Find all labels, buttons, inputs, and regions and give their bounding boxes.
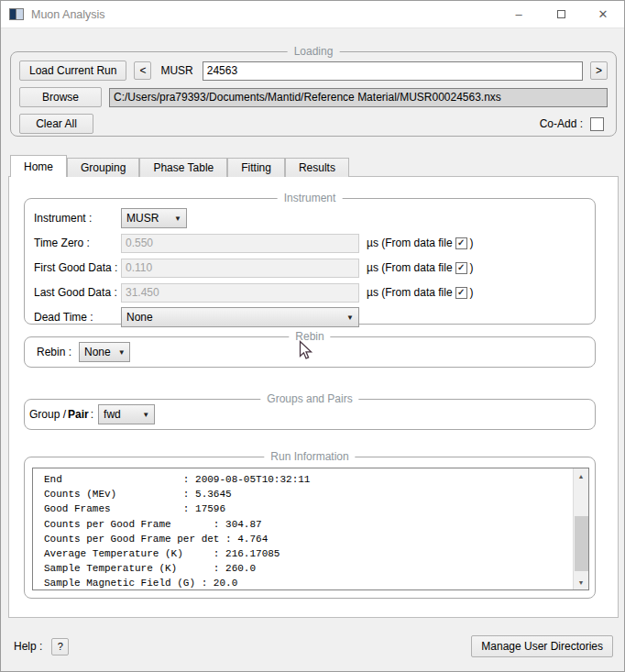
last-good-data-label: Last Good Data : bbox=[34, 286, 121, 299]
maximize-icon bbox=[557, 10, 565, 18]
last-good-data-units-label: µs (From data file bbox=[367, 286, 453, 299]
group-pair-combobox[interactable]: fwd ▼ bbox=[98, 404, 155, 424]
tab-home[interactable]: Home bbox=[10, 155, 67, 177]
group-pair-combobox-value: fwd bbox=[104, 408, 121, 421]
time-zero-from-file-checkbox[interactable]: ✓ bbox=[455, 237, 467, 249]
instrument-groupbox: Instrument Instrument : MUSR ▼ Time Zero… bbox=[24, 198, 596, 325]
file-path-field: C:/Users/pra79393/Documents/Mantid/Refer… bbox=[109, 88, 608, 107]
rebin-label: Rebin : bbox=[37, 346, 71, 358]
rebin-groupbox: Rebin Rebin : None ▼ bbox=[24, 336, 596, 368]
first-good-data-input bbox=[121, 259, 359, 278]
tab-phase-table[interactable]: Phase Table bbox=[139, 158, 227, 177]
co-add-checkbox[interactable] bbox=[590, 117, 604, 131]
tab-bar: Home Grouping Phase Table Fitting Result… bbox=[10, 155, 349, 177]
time-zero-units-label: µs (From data file bbox=[367, 237, 453, 249]
last-good-data-from-file-checkbox[interactable]: ✓ bbox=[455, 287, 467, 299]
scroll-up-icon[interactable]: ▲ bbox=[574, 468, 588, 483]
scrollbar-thumb[interactable] bbox=[575, 516, 588, 571]
window-title: Muon Analysis bbox=[31, 8, 105, 21]
minimize-button[interactable]: – bbox=[498, 1, 540, 28]
minimize-icon: – bbox=[515, 7, 521, 21]
check-icon: ✓ bbox=[457, 288, 465, 297]
run-information-groupbox: Run Information End : 2009-08-05T10:32:1… bbox=[24, 457, 596, 599]
time-zero-label: Time Zero : bbox=[34, 237, 121, 249]
run-info-line: Counts per Good Frame per det : 4.764 bbox=[44, 532, 573, 546]
first-good-data-from-file-checkbox[interactable]: ✓ bbox=[455, 262, 467, 274]
vertical-scrollbar[interactable]: ▲ ▼ bbox=[573, 468, 588, 589]
scroll-down-icon[interactable]: ▼ bbox=[574, 575, 588, 589]
co-add-label: Co-Add : bbox=[540, 117, 583, 130]
run-info-line: Sample Temperature (K) : 260.0 bbox=[44, 561, 573, 576]
last-good-data-units-close: ) bbox=[470, 286, 474, 299]
run-info-line: Sample Magnetic Field (G) : 20.0 bbox=[44, 576, 573, 589]
time-zero-input bbox=[121, 234, 359, 253]
clear-all-button[interactable]: Clear All bbox=[19, 114, 93, 134]
load-current-run-button[interactable]: Load Current Run bbox=[19, 61, 126, 81]
help-label: Help : bbox=[14, 640, 42, 653]
chevron-down-icon: ▼ bbox=[339, 314, 354, 322]
dead-time-combobox[interactable]: None ▼ bbox=[121, 307, 359, 327]
instrument-label: Instrument : bbox=[34, 212, 121, 225]
chevron-down-icon: ▼ bbox=[135, 411, 149, 419]
tab-results[interactable]: Results bbox=[285, 158, 349, 177]
groups-pairs-legend: Groups and Pairs bbox=[260, 392, 358, 405]
close-icon: ✕ bbox=[598, 7, 609, 21]
group-pair-label-bold: Pair bbox=[68, 408, 89, 421]
group-pair-label-suffix: : bbox=[91, 408, 93, 421]
groups-pairs-groupbox: Groups and Pairs Group / Pair : fwd ▼ bbox=[24, 399, 596, 430]
loading-groupbox: Loading Load Current Run < MUSR > Browse… bbox=[10, 51, 617, 137]
last-good-data-input bbox=[121, 283, 359, 303]
browse-button[interactable]: Browse bbox=[19, 87, 102, 107]
run-number-input[interactable] bbox=[203, 61, 583, 81]
first-good-data-label: First Good Data : bbox=[34, 261, 121, 274]
instrument-combobox[interactable]: MUSR ▼ bbox=[121, 208, 187, 228]
run-information-textarea[interactable]: End : 2009-08-05T10:32:11Counts (MEv) : … bbox=[32, 468, 589, 590]
first-good-data-units-close: ) bbox=[470, 261, 474, 274]
rebin-combobox-value: None bbox=[84, 346, 111, 358]
check-icon: ✓ bbox=[457, 263, 465, 272]
tab-fitting[interactable]: Fitting bbox=[227, 158, 285, 177]
run-info-line: Counts per Good Frame : 304.87 bbox=[44, 517, 573, 532]
title-bar: Muon Analysis – ✕ bbox=[1, 1, 624, 28]
muon-analysis-window: Muon Analysis – ✕ Loading Load Current R… bbox=[0, 0, 625, 672]
rebin-combobox[interactable]: None ▼ bbox=[79, 342, 130, 362]
run-info-line: Good Frames : 17596 bbox=[44, 501, 573, 516]
maximize-button[interactable] bbox=[540, 1, 582, 28]
dead-time-combobox-value: None bbox=[126, 311, 153, 324]
check-icon: ✓ bbox=[457, 238, 465, 248]
close-button[interactable]: ✕ bbox=[582, 1, 624, 28]
run-info-line: End : 2009-08-05T10:32:11 bbox=[44, 472, 573, 487]
instrument-prefix-label: MUSR bbox=[159, 64, 194, 77]
instrument-legend: Instrument bbox=[278, 192, 343, 204]
footer-bar: Help : ? Manage User Directories bbox=[1, 626, 625, 666]
run-information-legend: Run Information bbox=[264, 450, 355, 463]
chevron-down-icon: ▼ bbox=[111, 348, 126, 357]
help-button[interactable]: ? bbox=[51, 638, 69, 655]
run-information-text: End : 2009-08-05T10:32:11Counts (MEv) : … bbox=[33, 468, 573, 589]
next-run-button[interactable]: > bbox=[590, 61, 608, 80]
chevron-down-icon: ▼ bbox=[167, 215, 181, 223]
first-good-data-units-label: µs (From data file bbox=[367, 261, 453, 274]
previous-run-button[interactable]: < bbox=[134, 61, 151, 80]
run-info-line: Counts (MEv) : 5.3645 bbox=[44, 487, 573, 501]
time-zero-units-close: ) bbox=[470, 237, 474, 249]
manage-user-directories-button[interactable]: Manage User Directories bbox=[471, 635, 613, 657]
instrument-combobox-value: MUSR bbox=[126, 212, 159, 225]
dead-time-label: Dead Time : bbox=[34, 311, 121, 324]
rebin-legend: Rebin bbox=[289, 330, 330, 343]
loading-legend: Loading bbox=[288, 45, 340, 58]
run-info-line: Average Temperature (K) : 216.17085 bbox=[44, 546, 573, 561]
group-pair-label-prefix: Group / bbox=[29, 408, 66, 421]
tab-grouping[interactable]: Grouping bbox=[67, 158, 139, 177]
app-icon bbox=[9, 8, 24, 20]
